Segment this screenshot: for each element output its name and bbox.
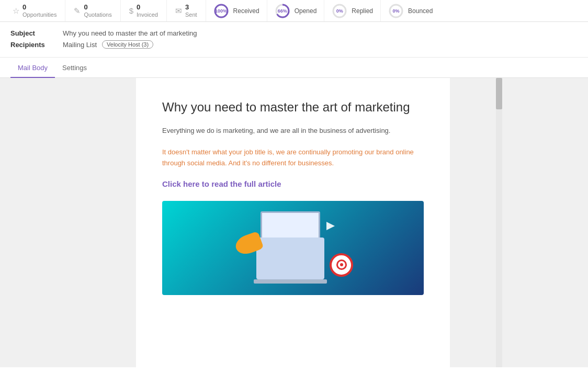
recipients-value: Mailing List Velocity Host (3) bbox=[63, 40, 153, 49]
stat-opened[interactable]: 66% Opened bbox=[267, 0, 325, 21]
stat-replied[interactable]: 0% Replied bbox=[324, 0, 381, 21]
invoiced-count: 0 bbox=[137, 3, 158, 12]
mail-paragraph-2: It doesn't matter what your job title is… bbox=[162, 147, 424, 169]
tab-mail-body[interactable]: Mail Body bbox=[10, 59, 55, 78]
mail-content-area: Why you need to master the art of market… bbox=[136, 78, 450, 367]
envelope-icon: ✉ bbox=[175, 6, 182, 16]
mail-image-background bbox=[162, 201, 424, 295]
laptop-base bbox=[256, 238, 324, 279]
stat-opportunities[interactable]: ☆ 0 Opportunities bbox=[4, 0, 65, 21]
replied-percent: 0% bbox=[336, 8, 343, 14]
received-circle: 100% bbox=[213, 3, 229, 19]
pencil-icon: ✎ bbox=[74, 6, 81, 16]
star-icon: ☆ bbox=[13, 6, 19, 16]
info-section: Subject Why you need to master the art o… bbox=[0, 22, 588, 58]
mailing-list-badge[interactable]: Velocity Host (3) bbox=[102, 40, 153, 49]
bounced-percent: 0% bbox=[393, 8, 400, 14]
opportunities-label: Opportunities bbox=[22, 12, 56, 18]
mail-body-wrapper: Why you need to master the art of market… bbox=[0, 78, 588, 367]
opened-circle: 66% bbox=[275, 3, 290, 19]
subject-value: Why you need to master the art of market… bbox=[63, 29, 197, 37]
target-inner bbox=[336, 259, 347, 270]
tabs-row: Mail Body Settings bbox=[0, 59, 588, 78]
dollar-icon: $ bbox=[129, 6, 133, 15]
bounced-label: Bounced bbox=[408, 7, 433, 15]
mail-paragraph-1: Everything we do is marketing, and we ar… bbox=[162, 126, 424, 137]
opened-label: Opened bbox=[295, 7, 317, 15]
stat-invoiced[interactable]: $ 0 Invoiced bbox=[121, 0, 167, 21]
replied-circle: 0% bbox=[332, 3, 347, 19]
opportunities-count: 0 bbox=[22, 3, 56, 12]
subject-label: Subject bbox=[10, 29, 63, 37]
target-icon bbox=[330, 253, 353, 277]
bounced-circle: 0% bbox=[388, 3, 404, 19]
scrollbar-thumb[interactable] bbox=[496, 78, 502, 109]
stat-sent[interactable]: ✉ 3 Sent bbox=[167, 0, 206, 21]
quotations-label: Quotations bbox=[84, 12, 111, 18]
recipients-label: Recipients bbox=[10, 41, 63, 49]
mail-cta-link[interactable]: Click here to read the full article bbox=[162, 179, 424, 188]
mailing-list-text: Mailing List bbox=[63, 41, 97, 49]
received-percent: 100% bbox=[215, 8, 227, 14]
opened-percent: 66% bbox=[278, 8, 287, 14]
target-dot bbox=[340, 263, 343, 266]
mail-right-panel bbox=[450, 78, 502, 367]
subject-row: Subject Why you need to master the art o… bbox=[10, 29, 578, 37]
recipients-row: Recipients Mailing List Velocity Host (3… bbox=[10, 40, 578, 49]
replied-label: Replied bbox=[352, 7, 373, 15]
mail-image bbox=[162, 201, 424, 295]
received-label: Received bbox=[233, 7, 259, 15]
stats-bar: ☆ 0 Opportunities ✎ 0 Quotations $ 0 Inv… bbox=[0, 0, 588, 22]
tab-settings[interactable]: Settings bbox=[55, 59, 94, 78]
marketing-illustration bbox=[225, 206, 361, 290]
scrollbar-track[interactable] bbox=[496, 78, 502, 367]
quotations-count: 0 bbox=[84, 3, 111, 12]
stat-quotations[interactable]: ✎ 0 Quotations bbox=[65, 0, 120, 21]
laptop-keyboard bbox=[254, 279, 327, 284]
sent-label: Sent bbox=[185, 12, 197, 18]
invoiced-label: Invoiced bbox=[137, 12, 158, 18]
mail-title: Why you need to master the art of market… bbox=[162, 99, 424, 115]
mail-left-panel bbox=[0, 78, 136, 367]
stat-bounced[interactable]: 0% Bounced bbox=[381, 0, 440, 21]
sent-count: 3 bbox=[185, 3, 197, 12]
arrow-right-icon bbox=[326, 222, 335, 230]
stat-received[interactable]: 100% Received bbox=[206, 0, 267, 21]
